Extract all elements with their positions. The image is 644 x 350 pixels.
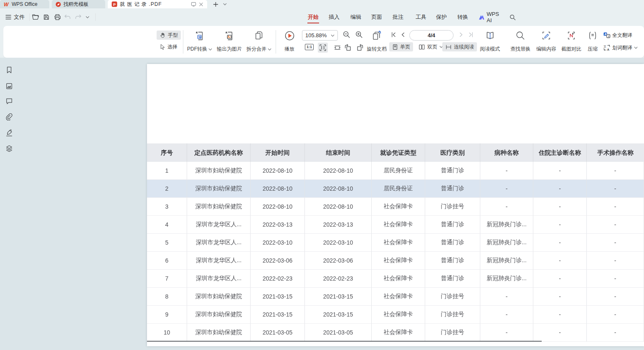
- pen-annotation-icon[interactable]: [5, 129, 14, 137]
- single-page-label: 单页: [400, 43, 410, 51]
- table-cell: 普通门诊: [425, 234, 480, 252]
- export-image-button[interactable]: 输出为图片: [214, 29, 244, 54]
- table-cell: 2022-03-13: [305, 216, 372, 234]
- table-cell: 深圳市龙华区人...: [187, 270, 251, 288]
- fit-page-button[interactable]: [318, 43, 328, 53]
- close-tab-icon[interactable]: [199, 2, 203, 7]
- rotate-left-icon[interactable]: [344, 43, 352, 52]
- split-merge-button[interactable]: 拆分合并: [244, 29, 274, 54]
- select-tool-button[interactable]: 选择: [157, 42, 180, 51]
- table-header-cell: 医疗类别: [425, 143, 480, 162]
- save-icon[interactable]: [41, 8, 52, 26]
- table-cell: 2022-03-10: [305, 234, 372, 252]
- menu-page[interactable]: 页面: [368, 8, 385, 26]
- tab-wps-office[interactable]: W WPS Office: [0, 0, 49, 8]
- table-cell: 社会保障卡: [372, 306, 425, 324]
- quick-access-chevron[interactable]: [84, 8, 91, 26]
- table-cell: -: [587, 324, 644, 342]
- table-cell: -: [533, 162, 587, 180]
- screenshot-compare-icon: [566, 31, 576, 41]
- single-page-icon: [392, 44, 398, 50]
- table-header-cell: 序号: [147, 143, 187, 162]
- open-file-icon[interactable]: [30, 8, 41, 26]
- play-icon: [284, 31, 295, 41]
- table-cell: -: [480, 180, 533, 198]
- pdf-page-content: 序号定点医药机构名称开始时间结束时间就诊凭证类型医疗类别病种名称住院主诊断名称手…: [147, 64, 644, 346]
- file-menu-button[interactable]: 文件: [4, 8, 26, 26]
- search-icon[interactable]: [507, 8, 517, 26]
- attachment-icon[interactable]: [5, 113, 14, 121]
- svg-text:A: A: [604, 32, 606, 36]
- double-page-button[interactable]: 双页: [416, 42, 446, 51]
- tab-list-chevron[interactable]: [221, 0, 228, 8]
- screenshot-compare-button[interactable]: 截图对比: [559, 29, 584, 54]
- rotate-right-icon[interactable]: [356, 43, 364, 52]
- fit-width-button[interactable]: [333, 43, 342, 52]
- tab-docer-templates[interactable]: 找稻壳模板: [52, 0, 105, 8]
- table-cell: -: [587, 288, 644, 306]
- table-cell: -: [533, 270, 587, 288]
- comment-icon[interactable]: [5, 97, 14, 106]
- menu-insert[interactable]: 插入: [326, 8, 342, 26]
- menu-convert[interactable]: 转换: [454, 8, 471, 26]
- menu-protect[interactable]: 保护: [433, 8, 450, 26]
- chevron-down-icon: [268, 48, 271, 51]
- find-replace-button[interactable]: 查找替换: [507, 29, 534, 54]
- first-page-icon[interactable]: [390, 31, 397, 38]
- zoom-select[interactable]: 105.88%: [302, 30, 338, 41]
- table-cell: 2022-08-10: [305, 198, 372, 216]
- tab-document-active[interactable]: P 就 医 记 录 .PDF: [108, 0, 207, 8]
- table-cell: 2022-08-10: [251, 198, 305, 216]
- table-cell: 2022-08-10: [305, 162, 372, 180]
- divider: [276, 30, 276, 54]
- layers-icon[interactable]: [5, 145, 14, 153]
- svg-text:W: W: [198, 35, 201, 39]
- thumbnail-icon[interactable]: [5, 82, 14, 91]
- wps-ai-button[interactable]: WPS AI: [479, 8, 505, 26]
- last-page-icon[interactable]: [467, 31, 475, 38]
- divider: [95, 13, 96, 21]
- redo-icon[interactable]: [73, 8, 84, 26]
- compress-button[interactable]: 压缩: [584, 29, 601, 54]
- chevron-down-icon: [331, 34, 335, 37]
- table-cell: 深圳市龙华区人...: [187, 234, 251, 252]
- table-cell: 4: [147, 216, 187, 234]
- table-cell: -: [587, 306, 644, 324]
- word-translate-button[interactable]: 文A 划词翻译: [603, 43, 638, 53]
- bookmark-icon[interactable]: [5, 66, 14, 74]
- table-cell: 深圳市妇幼保健院: [187, 324, 251, 342]
- zoom-out-icon[interactable]: [342, 31, 351, 39]
- table-cell: -: [587, 270, 644, 288]
- page-number-input[interactable]: 4/4: [409, 30, 454, 41]
- menu-tools[interactable]: 工具: [413, 8, 429, 26]
- read-mode-label: 阅读模式: [480, 46, 500, 53]
- svg-text:文: 文: [607, 35, 610, 38]
- play-button[interactable]: 播放: [280, 29, 299, 54]
- table-cell: 2022-02-23: [305, 270, 372, 288]
- divider: [183, 30, 183, 54]
- rotate-document-button[interactable]: 旋转文档: [364, 29, 389, 54]
- menu-home[interactable]: 开始: [305, 8, 322, 26]
- zoom-in-icon[interactable]: [355, 31, 363, 39]
- table-cell: 门诊挂号: [425, 198, 480, 216]
- pdf-convert-button[interactable]: W PDF转换: [185, 29, 215, 54]
- edit-content-button[interactable]: 编辑内容: [534, 29, 559, 54]
- new-tab-button[interactable]: [211, 0, 220, 8]
- undo-icon[interactable]: [62, 8, 73, 26]
- docer-icon: [56, 2, 61, 7]
- actual-size-button[interactable]: 1:1: [305, 44, 314, 50]
- table-cell: 居民身份证: [372, 162, 425, 180]
- single-page-button[interactable]: 单页: [389, 42, 413, 51]
- full-translate-button[interactable]: A文 全文翻译: [603, 30, 632, 40]
- table-cell: 2022-08-10: [251, 162, 305, 180]
- print-icon[interactable]: [52, 8, 63, 26]
- hand-tool-button[interactable]: 手型: [157, 31, 181, 40]
- continuous-read-button[interactable]: 连续阅读: [442, 42, 477, 51]
- next-page-icon[interactable]: [457, 31, 465, 38]
- previous-page-icon[interactable]: [399, 31, 407, 38]
- menu-comment[interactable]: 批注: [390, 8, 406, 26]
- pin-window-icon[interactable]: [191, 2, 196, 7]
- table-cell: 社会保障卡: [372, 324, 425, 342]
- read-mode-button[interactable]: 阅读模式: [477, 29, 503, 54]
- menu-edit[interactable]: 编辑: [347, 8, 364, 26]
